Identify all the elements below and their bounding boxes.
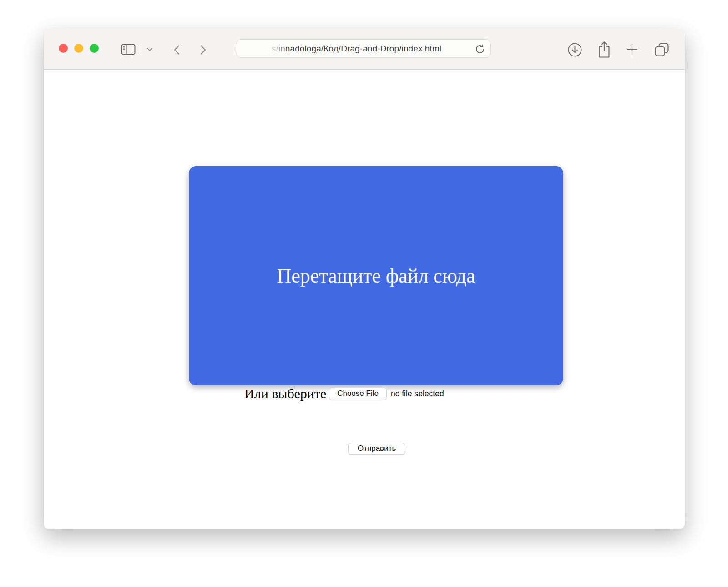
- tab-overview-icon: [654, 42, 669, 57]
- address-bar[interactable]: s/innadologa/Код/Drag-and-Drop/index.htm…: [236, 39, 491, 58]
- zoom-button[interactable]: [90, 44, 99, 53]
- web-page: Перетащите файл сюда Или выберите Choose…: [44, 70, 685, 529]
- reload-icon: [475, 44, 485, 54]
- forward-arrow-icon: [200, 45, 206, 55]
- choose-file-button[interactable]: Choose File: [329, 388, 387, 400]
- url-main-segment: nadologa/Код/Drag-and-Drop/index.html: [285, 44, 441, 53]
- sidebar-toggle-button[interactable]: [120, 43, 136, 56]
- close-button[interactable]: [59, 44, 68, 53]
- share-icon: [597, 41, 612, 58]
- toolbar-divider: [141, 44, 141, 54]
- back-arrow-icon: [174, 45, 180, 55]
- download-icon: [568, 43, 582, 57]
- browser-toolbar: s/innadologa/Код/Drag-and-Drop/index.htm…: [44, 29, 685, 70]
- new-tab-button[interactable]: [625, 43, 639, 56]
- sidebar-icon: [121, 44, 136, 55]
- chevron-down-icon: [147, 47, 153, 51]
- share-button[interactable]: [596, 41, 612, 58]
- drag-and-drop-zone[interactable]: Перетащите файл сюда: [189, 166, 563, 385]
- file-select-row: Или выберите Choose File no file selecte…: [244, 386, 444, 401]
- dropzone-label: Перетащите файл сюда: [277, 264, 475, 288]
- submit-button[interactable]: Отправить: [348, 443, 405, 455]
- url-faded-segment: s/: [272, 44, 278, 53]
- sidebar-chevron-button[interactable]: [145, 46, 155, 53]
- tab-overview-button[interactable]: [653, 42, 670, 57]
- file-status-text: no file selected: [391, 389, 444, 399]
- browser-window: s/innadologa/Код/Drag-and-Drop/index.htm…: [44, 29, 685, 529]
- file-select-label: Или выберите: [244, 386, 326, 401]
- downloads-button[interactable]: [567, 42, 582, 57]
- plus-icon: [626, 44, 638, 56]
- forward-button[interactable]: [197, 44, 208, 55]
- back-button[interactable]: [171, 44, 182, 55]
- address-bar-url: s/innadologa/Код/Drag-and-Drop/index.htm…: [272, 44, 441, 54]
- traffic-lights: [59, 44, 99, 53]
- url-mid-segment: in: [278, 44, 285, 53]
- reload-button[interactable]: [474, 43, 486, 55]
- minimize-button[interactable]: [74, 44, 83, 53]
